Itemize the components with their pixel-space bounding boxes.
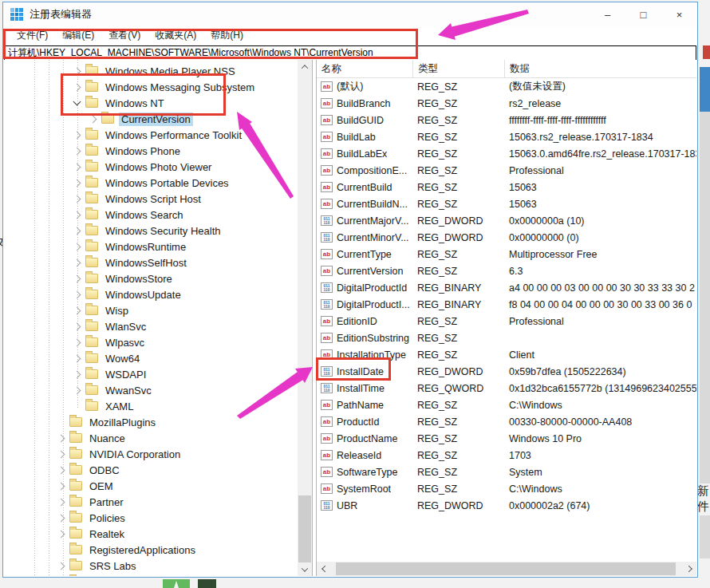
registry-value-row[interactable]: 011110InstallDateREG_DWORD0x59b7dfea (15… (317, 363, 696, 380)
registry-value-row[interactable]: abEditionSubstringREG_SZ (317, 330, 696, 346)
registry-value-row[interactable]: abProductIdREG_SZ00330-80000-00000-AA408 (317, 413, 696, 430)
chevron-right-icon[interactable] (73, 147, 81, 155)
chevron-right-icon[interactable] (73, 243, 81, 251)
address-bar[interactable] (4, 45, 696, 61)
tree-item[interactable]: Wlpasvc (4, 334, 298, 350)
tree-item[interactable]: Partner (4, 494, 298, 510)
registry-value-row[interactable]: abCurrentTypeREG_SZMultiprocessor Free (317, 246, 696, 262)
menu-file[interactable]: 文件(F) (10, 26, 55, 45)
chevron-right-icon[interactable] (89, 115, 97, 123)
tree-item[interactable]: Windows Photo Viewer (4, 159, 298, 175)
registry-value-row[interactable]: abSystemRootREG_SZC:\Windows (317, 480, 696, 497)
column-header-type[interactable]: 类型 (412, 60, 504, 77)
registry-value-row[interactable]: ab(默认)REG_SZ(数值未设置) (317, 78, 696, 95)
registry-value-row[interactable]: abInstallationTypeREG_SZClient (317, 346, 696, 363)
tree-item[interactable]: Windows Security Health (4, 223, 298, 239)
menu-favorites[interactable]: 收藏夹(A) (148, 26, 203, 45)
tree-item[interactable]: Windows NT (4, 95, 298, 111)
scroll-left-icon[interactable] (317, 562, 330, 576)
chevron-right-icon[interactable] (57, 562, 65, 570)
registry-value-row[interactable]: abProductNameREG_SZWindows 10 Pro (317, 430, 696, 447)
tree-item[interactable]: OEM (4, 478, 298, 494)
tree-item[interactable]: Tencent (4, 574, 298, 576)
registry-value-row[interactable]: abBuildGUIDREG_SZffffffff-ffff-ffff-ffff… (317, 112, 696, 128)
chevron-right-icon[interactable] (73, 227, 81, 235)
tree-item[interactable]: Windows Performance Toolkit (4, 127, 298, 143)
chevron-right-icon[interactable] (73, 83, 81, 91)
chevron-right-icon[interactable] (73, 131, 81, 139)
tree-item[interactable]: Policies (4, 510, 298, 526)
tree-item[interactable]: Wisp (4, 302, 298, 318)
tree-item[interactable]: WlanSvc (4, 318, 298, 334)
registry-value-row[interactable]: abBuildBranchREG_SZrs2_release (317, 95, 696, 112)
tree-item[interactable]: Nuance (4, 430, 298, 446)
tree-vertical-scrollbar[interactable] (298, 60, 312, 576)
chevron-right-icon[interactable] (73, 179, 81, 187)
tree-item[interactable]: Windows Search (4, 207, 298, 223)
registry-value-row[interactable]: abCurrentBuildREG_SZ15063 (317, 179, 696, 195)
registry-value-row[interactable]: abSoftwareTypeREG_SZSystem (317, 464, 696, 480)
chevron-right-icon[interactable] (73, 258, 81, 266)
scrollbar-thumb[interactable] (298, 495, 311, 562)
chevron-right-icon[interactable] (57, 434, 65, 442)
chevron-right-icon[interactable] (73, 163, 81, 171)
tree-item[interactable]: Wow64 (4, 350, 298, 366)
registry-value-row[interactable]: abCurrentVersionREG_SZ6.3 (317, 262, 696, 279)
column-header-name[interactable]: 名称 (317, 60, 412, 77)
tree-item[interactable]: MozillaPlugins (4, 414, 298, 430)
minimize-button[interactable]: – (590, 2, 625, 26)
chevron-right-icon[interactable] (57, 450, 65, 458)
registry-value-row[interactable]: 011110InstallTimeREG_QWORD0x1d32bca61557… (317, 380, 696, 397)
tree-item[interactable]: Windows Media Player NSS (4, 63, 298, 79)
tree-item[interactable]: WSDAPI (4, 366, 298, 382)
chevron-right-icon[interactable] (73, 67, 81, 75)
registry-value-row[interactable]: 011110UBRREG_DWORD0x000002a2 (674) (317, 497, 696, 514)
registry-value-row[interactable]: 011110CurrentMinorV...REG_DWORD0x0000000… (317, 229, 696, 246)
tree-item[interactable]: Windows Messaging Subsystem (4, 79, 298, 95)
menu-help[interactable]: 帮助(H) (203, 26, 250, 45)
menu-view[interactable]: 查看(V) (101, 26, 148, 45)
tree-item[interactable]: RegisteredApplications (4, 542, 298, 558)
tree-item[interactable]: SRS Labs (4, 558, 298, 574)
tree-item[interactable]: Windows Phone (4, 143, 298, 159)
chevron-right-icon[interactable] (73, 290, 81, 298)
registry-value-row[interactable]: abPathNameREG_SZC:\Windows (317, 397, 696, 413)
chevron-down-icon[interactable] (73, 98, 81, 106)
chevron-right-icon[interactable] (73, 386, 81, 394)
chevron-right-icon[interactable] (73, 274, 81, 282)
scroll-up-icon[interactable] (298, 60, 312, 73)
chevron-right-icon[interactable] (57, 498, 65, 506)
chevron-right-icon[interactable] (73, 322, 81, 330)
chevron-right-icon[interactable] (57, 466, 65, 474)
tree-item[interactable]: WindowsUpdate (4, 286, 298, 302)
chevron-right-icon[interactable] (73, 338, 81, 346)
tree-item[interactable]: NVIDIA Corporation (4, 446, 298, 462)
registry-value-row[interactable]: 011110DigitalProductI...REG_BINARYf8 04 … (317, 296, 696, 313)
tree-item[interactable]: WindowsStore (4, 270, 298, 286)
scrollbar-thumb[interactable] (336, 562, 676, 575)
tree-item[interactable]: Windows Script Host (4, 191, 298, 207)
chevron-right-icon[interactable] (73, 195, 81, 203)
chevron-right-icon[interactable] (57, 514, 65, 522)
registry-value-row[interactable]: abCompositionE...REG_SZProfessional (317, 162, 696, 179)
chevron-right-icon[interactable] (73, 354, 81, 362)
tree-item[interactable]: Realtek (4, 526, 298, 542)
chevron-right-icon[interactable] (73, 211, 81, 219)
menu-edit[interactable]: 编辑(E) (55, 26, 101, 45)
tree-item[interactable]: CurrentVersion (4, 111, 298, 127)
scroll-right-icon[interactable] (683, 562, 696, 576)
chevron-right-icon[interactable] (57, 530, 65, 538)
tree-item[interactable]: ODBC (4, 462, 298, 478)
scroll-down-icon[interactable] (298, 562, 312, 576)
values-horizontal-scrollbar[interactable] (317, 562, 696, 576)
chevron-right-icon[interactable] (73, 370, 81, 378)
tree-item[interactable]: WwanSvc (4, 382, 298, 398)
tree-item[interactable]: Windows Portable Devices (4, 175, 298, 191)
registry-value-row[interactable]: 011110DigitalProductIdREG_BINARYa4 00 00… (317, 279, 696, 296)
registry-value-row[interactable]: abBuildLabREG_SZ15063.rs2_release.170317… (317, 128, 696, 145)
registry-value-row[interactable]: 011110CurrentMajorV...REG_DWORD0x0000000… (317, 212, 696, 229)
registry-value-row[interactable]: abBuildLabExREG_SZ15063.0.amd64fre.rs2_r… (317, 145, 696, 162)
registry-value-row[interactable]: abEditionIDREG_SZProfessional (317, 313, 696, 330)
registry-value-row[interactable]: abReleaseIdREG_SZ1703 (317, 447, 696, 464)
column-header-data[interactable]: 数据 (504, 60, 696, 77)
